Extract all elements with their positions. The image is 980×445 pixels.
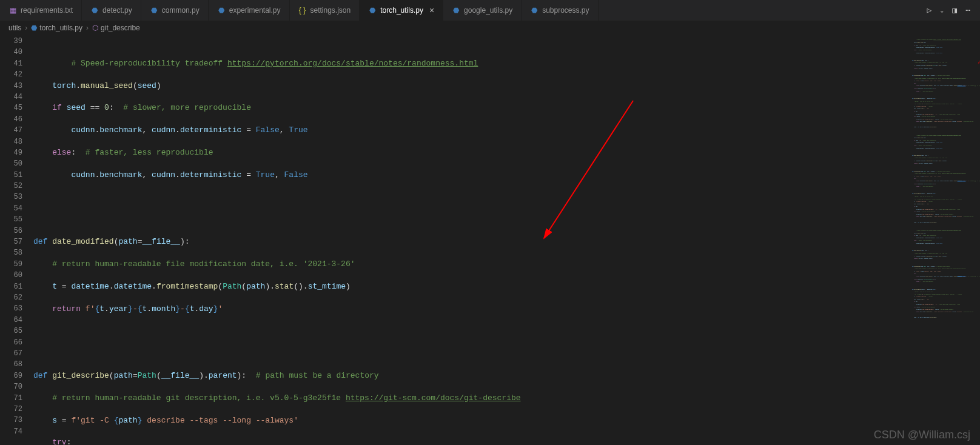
symbol-icon: ⬡ [92, 24, 98, 32]
tab-requirements[interactable]: ▦requirements.txt [0, 0, 82, 21]
python-icon: ⬣ [530, 6, 539, 15]
chevron-right-icon: › [86, 24, 89, 32]
breadcrumb-symbol[interactable]: git_describe [101, 24, 140, 32]
editor-actions: ▷ ⌄ ◨ ⋯ [927, 0, 980, 21]
tab-label: detect.py [102, 6, 132, 15]
tab-label: experimental.py [229, 6, 281, 15]
tab-label: requirements.txt [21, 6, 73, 15]
tab-bar: ▦requirements.txt ⬣detect.py ⬣common.py … [0, 0, 980, 21]
editor: 3940414243444546474849505152535455565758… [0, 35, 980, 445]
tab-google-utils[interactable]: ⬣google_utils.py [443, 0, 522, 21]
tab-label: google_utils.py [464, 6, 512, 15]
watermark: CSDN @William.csj [874, 429, 970, 441]
close-icon[interactable]: × [429, 5, 434, 15]
run-icon[interactable]: ▷ [927, 5, 931, 15]
breadcrumb-folder[interactable]: utils [8, 24, 21, 32]
minimap[interactable]: # Speed-reproducibility tradeoff https:/… [907, 35, 980, 445]
code-content[interactable]: # Speed-reproducibility tradeoff https:/… [33, 35, 907, 445]
tab-subprocess[interactable]: ⬣subprocess.py [522, 0, 598, 21]
chevron-down-icon[interactable]: ⌄ [940, 7, 944, 14]
tab-common[interactable]: ⬣common.py [141, 0, 209, 21]
python-icon: ⬣ [368, 6, 377, 15]
tab-torch-utils[interactable]: ⬣torch_utils.py× [360, 0, 443, 21]
breadcrumb[interactable]: utils › ⬣ torch_utils.py › ⬡ git_describ… [0, 21, 980, 35]
tab-label: subprocess.py [542, 6, 589, 15]
python-icon: ⬣ [31, 24, 37, 32]
file-icon: ▦ [8, 6, 17, 15]
json-icon: { } [298, 6, 307, 15]
split-editor-icon[interactable]: ◨ [952, 5, 957, 15]
line-number-gutter: 3940414243444546474849505152535455565758… [0, 35, 33, 445]
breadcrumb-file[interactable]: torch_utils.py [39, 24, 82, 32]
tab-label: torch_utils.py [380, 6, 423, 15]
tab-settings[interactable]: { }settings.json [290, 0, 360, 21]
python-icon: ⬣ [90, 6, 99, 15]
tab-detect[interactable]: ⬣detect.py [82, 0, 141, 21]
python-icon: ⬣ [452, 6, 460, 15]
tab-experimental[interactable]: ⬣experimental.py [209, 0, 290, 21]
python-icon: ⬣ [150, 6, 158, 15]
tab-label: settings.json [310, 6, 351, 15]
more-icon[interactable]: ⋯ [965, 5, 970, 15]
tab-label: common.py [162, 6, 200, 15]
python-icon: ⬣ [217, 6, 226, 15]
chevron-right-icon: › [25, 24, 27, 32]
